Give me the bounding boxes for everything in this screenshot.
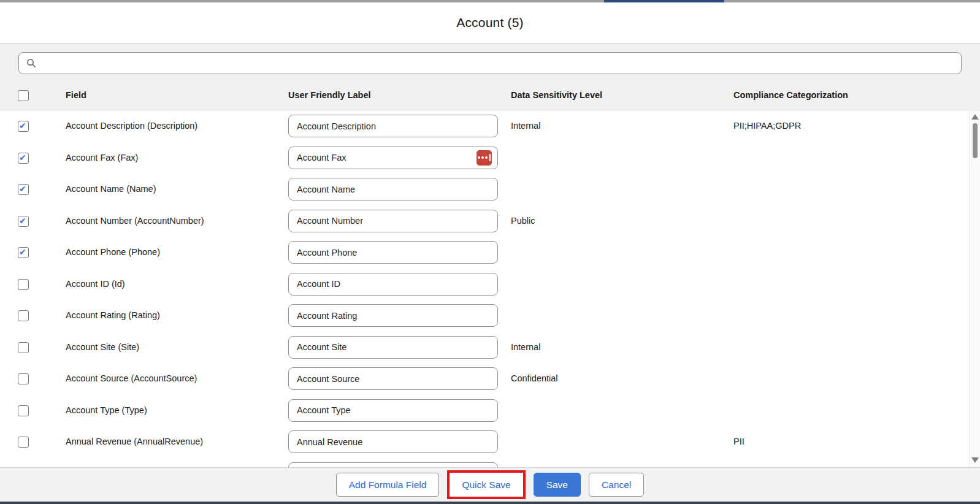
table-row: ✔ Account Fax (Fax)	[0, 142, 980, 174]
user-friendly-label-input[interactable]	[288, 336, 498, 359]
data-sensitivity-value: Internal	[511, 332, 540, 364]
field-name: Account Name (Name)	[66, 174, 156, 205]
row-checkbox-wrap: ✔	[18, 216, 29, 227]
field-name: Account Type (Type)	[66, 395, 147, 427]
row-checkbox-wrap: ✔	[18, 153, 29, 164]
row-checkbox-wrap: ✔	[18, 184, 29, 195]
column-header-data-sensitivity: Data Sensitivity Level	[511, 90, 602, 100]
table-row: ✔ Account Rating (Rating)	[0, 300, 980, 332]
table-row: ✔ Account Phone (Phone)	[0, 237, 980, 269]
data-sensitivity-value: Internal	[511, 110, 540, 142]
save-button[interactable]: Save	[534, 473, 581, 497]
page-title: Account (5)	[456, 15, 524, 30]
row-checkbox-wrap: ✔	[18, 247, 29, 258]
table-row: ✔	[0, 458, 980, 468]
field-name: Annual Revenue (AnnualRevenue)	[66, 426, 203, 458]
user-friendly-label-wrap	[288, 336, 498, 359]
row-checkbox-wrap: ✔	[18, 405, 29, 416]
footer-action-bar: Add Formula Field Quick Save Save Cancel	[0, 467, 980, 502]
user-friendly-label-wrap	[288, 430, 498, 453]
search-icon	[26, 58, 36, 68]
field-table-body: ✔ Account Description (Description) Inte…	[0, 110, 980, 467]
field-name: Account Number (AccountNumber)	[66, 205, 204, 237]
search-box[interactable]	[18, 52, 962, 74]
row-checkbox-wrap: ✔	[18, 437, 29, 448]
data-sensitivity-value: Public	[511, 205, 535, 237]
user-friendly-label-wrap	[288, 178, 498, 200]
row-checkbox[interactable]	[18, 279, 29, 290]
user-friendly-label-input[interactable]	[288, 115, 498, 137]
field-name: Account Rating (Rating)	[66, 300, 160, 332]
table-row: ✔ Account ID (Id)	[0, 269, 980, 300]
user-friendly-label-input[interactable]	[288, 430, 498, 453]
add-formula-field-button[interactable]: Add Formula Field	[336, 473, 440, 497]
row-checkbox[interactable]	[18, 342, 29, 353]
cancel-button[interactable]: Cancel	[589, 473, 644, 497]
user-friendly-label-wrap	[288, 399, 498, 422]
field-name: Account Fax (Fax)	[66, 142, 138, 174]
user-friendly-label-wrap	[288, 273, 498, 296]
table-row: ✔ Account Number (AccountNumber) Public	[0, 205, 980, 237]
search-and-header-band: ✔ Field User Friendly Label Data Sensiti…	[0, 43, 980, 110]
field-name: Account Site (Site)	[66, 332, 139, 364]
annotation-highlight-box: Quick Save	[447, 470, 525, 499]
row-checkbox[interactable]	[18, 153, 29, 164]
row-checkbox-wrap: ✔	[18, 310, 29, 321]
table-row: ✔ Account Description (Description) Inte…	[0, 110, 980, 142]
user-friendly-label-input[interactable]	[288, 241, 498, 264]
user-friendly-label-wrap	[288, 462, 498, 468]
select-all-checkbox-wrap: ✔	[18, 90, 29, 101]
table-row: ✔ Account Source (AccountSource) Confide…	[0, 363, 980, 395]
field-name: Account ID (Id)	[66, 269, 125, 300]
user-friendly-label-wrap	[288, 210, 498, 232]
compliance-value: PII	[733, 426, 745, 458]
user-friendly-label-input[interactable]	[288, 147, 498, 169]
title-bar: Account (5)	[0, 2, 980, 43]
user-friendly-label-input[interactable]	[288, 399, 498, 422]
search-input[interactable]	[42, 58, 954, 68]
user-friendly-label-input[interactable]	[288, 304, 498, 327]
column-header-user-friendly-label: User Friendly Label	[288, 90, 371, 100]
row-checkbox[interactable]	[18, 121, 29, 132]
user-friendly-label-wrap	[288, 367, 498, 390]
bottom-border-line	[0, 502, 980, 504]
user-friendly-label-wrap	[288, 115, 498, 137]
data-sensitivity-value: Confidential	[511, 363, 558, 395]
field-mapping-window: Account (5) ✔ Field User Friendly Label …	[0, 0, 980, 504]
column-header-field: Field	[66, 90, 86, 100]
user-friendly-label-input[interactable]	[288, 462, 498, 468]
user-friendly-label-input[interactable]	[288, 210, 498, 232]
row-checkbox[interactable]	[18, 373, 29, 384]
column-header-compliance: Compliance Categorization	[733, 90, 848, 100]
table-row: ✔ Account Name (Name)	[0, 174, 980, 205]
quick-save-button[interactable]: Quick Save	[450, 473, 523, 497]
row-checkbox[interactable]	[18, 310, 29, 321]
table-row: ✔ Account Site (Site) Internal	[0, 332, 980, 364]
user-friendly-label-wrap	[288, 304, 498, 327]
row-checkbox-wrap: ✔	[18, 342, 29, 353]
table-row: ✔ Account Type (Type)	[0, 395, 980, 427]
select-all-checkbox[interactable]	[18, 90, 29, 101]
user-friendly-label-input[interactable]	[288, 178, 498, 200]
row-checkbox[interactable]	[18, 184, 29, 195]
row-checkbox[interactable]	[18, 437, 29, 448]
row-checkbox-wrap: ✔	[18, 373, 29, 384]
row-checkbox-wrap: ✔	[18, 121, 29, 132]
user-friendly-label-wrap	[288, 147, 498, 169]
row-checkbox[interactable]	[18, 216, 29, 227]
lastpass-icon[interactable]	[477, 150, 492, 166]
table-row: ✔ Annual Revenue (AnnualRevenue) PII	[0, 426, 980, 458]
user-friendly-label-wrap	[288, 241, 498, 264]
compliance-value: PII;HIPAA;GDPR	[733, 110, 801, 142]
user-friendly-label-input[interactable]	[288, 273, 498, 296]
field-name: Account Source (AccountSource)	[66, 363, 197, 395]
field-name: Account Phone (Phone)	[66, 237, 160, 269]
row-checkbox-wrap: ✔	[18, 279, 29, 290]
user-friendly-label-input[interactable]	[288, 367, 498, 390]
field-name: Account Description (Description)	[66, 110, 197, 142]
row-checkbox[interactable]	[18, 247, 29, 258]
row-checkbox[interactable]	[18, 405, 29, 416]
